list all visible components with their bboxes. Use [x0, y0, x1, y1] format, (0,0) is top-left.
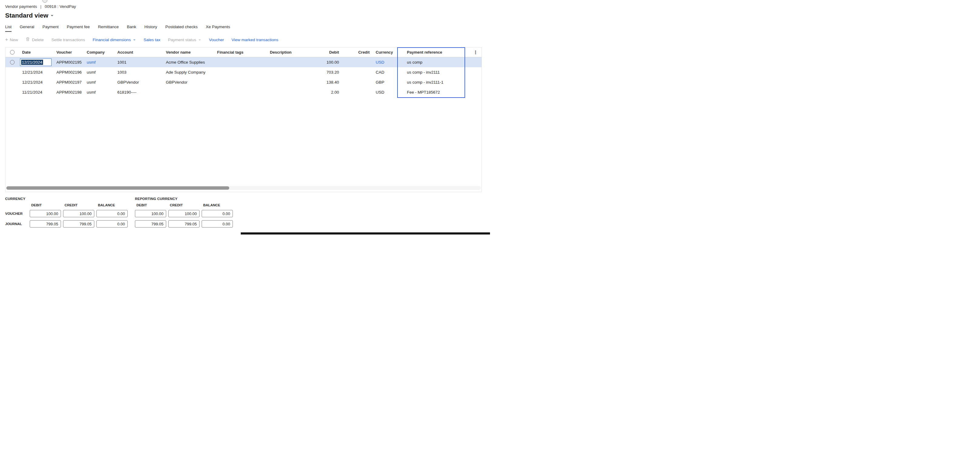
- chevron-down-icon: ⌄: [133, 36, 136, 41]
- table-row[interactable]: 12/21/2024 APPM002197 usmf GBPVendor GBP…: [5, 77, 482, 87]
- voucher-button[interactable]: Voucher: [209, 38, 224, 42]
- voucher-credit-total: 100.00: [63, 210, 94, 217]
- view-marked-transactions-button[interactable]: View marked transactions: [231, 38, 278, 42]
- payment-reference-cell: Fee - MPT185672: [398, 90, 465, 95]
- debit-cell: 100.00: [314, 60, 342, 65]
- column-header-voucher[interactable]: Voucher: [53, 50, 84, 54]
- horizontal-scrollbar[interactable]: [6, 186, 481, 190]
- company-link[interactable]: usmf: [87, 60, 95, 65]
- voucher-row-label: VOUCHER: [5, 212, 28, 215]
- tab-xe-payments[interactable]: Xe Payments: [206, 25, 230, 32]
- financial-dimensions-label: Financial dimensions: [92, 38, 131, 42]
- tab-list[interactable]: List: [5, 25, 11, 32]
- debit-column-header: DEBIT: [30, 203, 61, 207]
- column-header-description[interactable]: Description: [267, 50, 314, 54]
- account-cell: 618190----: [114, 90, 163, 95]
- column-header-currency[interactable]: Currency: [373, 50, 398, 54]
- select-all-radio[interactable]: [10, 50, 14, 54]
- horizontal-scrollbar-thumb[interactable]: [6, 186, 229, 190]
- settle-transactions-label: Settle transactions: [51, 38, 85, 42]
- reporting-voucher-debit-total: 100.00: [135, 210, 166, 217]
- new-button-label: New: [10, 38, 18, 42]
- currency-group-title: CURRENCY: [5, 197, 128, 201]
- tab-payment-fee[interactable]: Payment fee: [67, 25, 90, 32]
- trash-icon: [25, 37, 30, 43]
- column-header-vendor-name[interactable]: Vendor name: [163, 50, 214, 54]
- financial-dimensions-button[interactable]: Financial dimensions ⌄: [92, 38, 136, 42]
- column-header-date[interactable]: Date: [19, 50, 53, 54]
- reporting-voucher-balance-total: 0.00: [202, 210, 233, 217]
- column-header-payment-reference[interactable]: Payment reference: [398, 50, 465, 54]
- balance-column-header: BALANCE: [96, 203, 128, 207]
- currency-cell: GBP: [373, 80, 398, 84]
- delete-button[interactable]: Delete: [25, 37, 44, 43]
- journal-debit-total: 799.05: [30, 220, 61, 228]
- column-header-company[interactable]: Company: [84, 50, 114, 54]
- sales-tax-button[interactable]: Sales tax: [143, 38, 161, 42]
- reporting-journal-debit-total: 799.05: [135, 220, 166, 228]
- journal-row-label: JOURNAL: [5, 222, 28, 226]
- payment-status-label: Payment status: [168, 38, 196, 42]
- company-cell[interactable]: usmf: [84, 90, 114, 95]
- balance-column-header: BALANCE: [202, 203, 233, 207]
- view-selector[interactable]: Standard view ⌄: [5, 12, 54, 19]
- column-header-credit[interactable]: Credit: [342, 50, 373, 54]
- account-cell: GBPVendor: [114, 80, 163, 84]
- tab-general[interactable]: General: [20, 25, 34, 32]
- payment-reference-cell: us comp - inv2111: [398, 70, 465, 74]
- reporting-group-title: REPORTING CURRENCY: [135, 197, 233, 201]
- chevron-down-icon: ⌄: [50, 11, 54, 17]
- tab-history[interactable]: History: [144, 25, 157, 32]
- delete-button-label: Delete: [32, 38, 44, 42]
- tab-bank[interactable]: Bank: [127, 25, 136, 32]
- vendor-name-cell: GBPVendor: [163, 80, 214, 84]
- debit-column-header: DEBIT: [135, 203, 166, 207]
- currency-link[interactable]: USD: [376, 60, 385, 65]
- settle-transactions-button[interactable]: Settle transactions: [51, 38, 85, 42]
- tab-remittance[interactable]: Remittance: [98, 25, 119, 32]
- company-cell[interactable]: usmf: [84, 70, 114, 74]
- date-cell: 12/21/2024: [19, 70, 53, 74]
- voucher-button-label: Voucher: [209, 38, 224, 42]
- vendor-name-cell: Acme Office Supplies: [163, 60, 214, 65]
- payment-reference-cell: us comp - inv2111-1: [398, 80, 465, 84]
- date-cell: 11/21/2024: [19, 90, 53, 95]
- view-name: Standard view: [5, 12, 48, 19]
- breadcrumb-separator: |: [40, 4, 41, 9]
- date-input[interactable]: 12/21/2024: [20, 59, 51, 66]
- currency-totals-group: CURRENCY DEBIT CREDIT BALANCE VOUCHER 10…: [5, 197, 128, 228]
- table-row[interactable]: 12/21/2024 APPM002195 usmf 1001 Acme Off…: [5, 57, 482, 67]
- payment-status-button[interactable]: Payment status ⌄: [168, 38, 201, 42]
- tab-strip: List General Payment Payment fee Remitta…: [5, 25, 490, 32]
- date-input-selected-text: 12/21/2024: [21, 60, 43, 65]
- debit-cell: 2.00: [314, 90, 342, 95]
- totals-section: CURRENCY DEBIT CREDIT BALANCE VOUCHER 10…: [5, 197, 490, 228]
- breadcrumb: Vendor payments | 00918 : VendPay: [0, 0, 490, 9]
- voucher-cell: APPM002195: [53, 60, 84, 65]
- payments-grid: Date Voucher Company Account Vendor name…: [5, 47, 482, 192]
- tab-payment[interactable]: Payment: [43, 25, 59, 32]
- voucher-cell: APPM002196: [53, 70, 84, 74]
- tab-postdated-checks[interactable]: Postdated checks: [165, 25, 198, 32]
- voucher-cell: APPM002197: [53, 80, 84, 84]
- grid-options-icon[interactable]: ⋮: [473, 50, 482, 55]
- voucher-balance-total: 0.00: [96, 210, 128, 217]
- plus-icon: +: [5, 37, 8, 42]
- credit-column-header: CREDIT: [63, 203, 94, 207]
- column-header-account[interactable]: Account: [114, 50, 163, 54]
- reporting-journal-credit-total: 799.05: [168, 220, 199, 228]
- background-window-edge: [241, 232, 490, 234]
- action-toolbar: + New Delete Settle transactions Financi…: [5, 37, 490, 43]
- payment-reference-cell: us comp: [398, 60, 465, 65]
- table-row[interactable]: 11/21/2024 APPM002198 usmf 618190---- 2.…: [5, 87, 482, 97]
- debit-cell: 138.40: [314, 80, 342, 84]
- column-header-financial-tags[interactable]: Financial tags: [214, 50, 267, 54]
- table-row[interactable]: 12/21/2024 APPM002196 usmf 1003 Ade Supp…: [5, 67, 482, 77]
- new-button[interactable]: + New: [5, 37, 18, 42]
- account-cell: 1003: [114, 70, 163, 74]
- view-marked-transactions-label: View marked transactions: [231, 38, 278, 42]
- company-cell[interactable]: usmf: [84, 80, 114, 84]
- voucher-debit-total: 100.00: [30, 210, 61, 217]
- column-header-debit[interactable]: Debit: [314, 50, 342, 54]
- row-select-radio[interactable]: [10, 60, 14, 65]
